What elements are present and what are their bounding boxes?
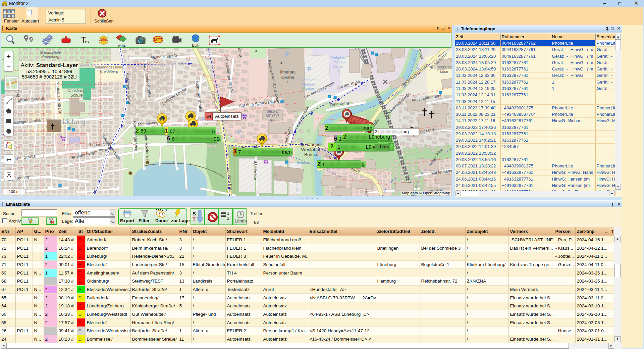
svg-text:2: 2 [337,69,339,73]
svg-text:ext: ext [85,39,91,44]
svg-text:Kreideberg: Kreideberg [100,69,118,73]
svg-text:Ilmenau: Ilmenau [331,60,344,64]
svg-text:0: 0 [165,209,167,212]
svg-text:Grundschule: Grundschule [40,50,61,54]
svg-text:Center: Center [281,75,294,80]
svg-text:MET: MET [154,38,163,42]
svg-text:Westphal-: Westphal- [301,147,322,152]
svg-text:Kindertagesstätte: Kindertagesstätte [95,65,123,69]
svg-text:✺: ✺ [128,170,132,176]
svg-text:P: P [307,66,311,72]
svg-text:P: P [285,51,289,57]
svg-text:Johannes-: Johannes- [301,142,322,147]
svg-text:2: 2 [227,216,229,221]
svg-text:Schule: Schule [70,93,83,98]
svg-text:ei: ei [0,57,4,62]
svg-text:Center: Center [303,87,314,91]
svg-text:SIEB &: SIEB & [266,109,278,113]
svg-text:Ilmenau: Ilmenau [280,69,296,74]
svg-text:Lüne: Lüne [440,69,448,73]
svg-text:Ilmenau: Ilmenau [302,82,315,86]
svg-text:P: P [237,129,241,135]
svg-text:Kreideberg: Kreideberg [52,118,85,126]
svg-text:Grundschule: Grundschule [434,65,452,69]
svg-text:Parkplatz: Parkplatz [301,78,316,82]
svg-text:2: 2 [255,48,258,53]
svg-text:MEYER: MEYER [266,114,279,118]
svg-text:1: 1 [227,212,229,216]
svg-text:1: 1 [286,80,289,85]
svg-text:Parkplatz: Parkplatz [330,56,346,60]
svg-text:AG: AG [269,118,275,122]
svg-text:Christiani-: Christiani- [67,88,86,93]
svg-text:Center: Center [332,64,343,68]
svg-text:Brücke: Brücke [304,152,318,157]
svg-text:Kreideberg: Kreideberg [41,55,60,59]
svg-text:Ilmenau: Ilmenau [297,160,310,164]
